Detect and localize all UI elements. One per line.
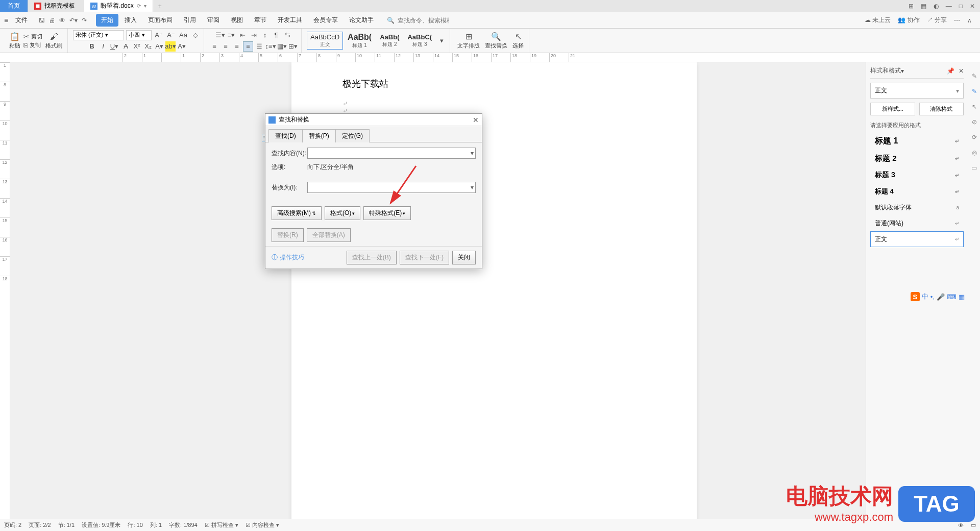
status-col[interactable]: 列: 1 [150, 521, 162, 529]
vertical-ruler[interactable]: 189101112131415161718 [0, 62, 10, 519]
status-line[interactable]: 行: 10 [128, 521, 142, 529]
ime-punct-icon[interactable]: •, [930, 293, 935, 301]
style-item-h1[interactable]: 标题 1↵ [870, 132, 964, 150]
tab-goto[interactable]: 定位(G) [335, 129, 370, 142]
current-style[interactable]: 正文▾ [870, 83, 964, 99]
style-item-default[interactable]: 默认段落字体a [870, 200, 964, 215]
horizontal-ruler[interactable]: 21123456789101112131415161718192021 [0, 53, 980, 62]
style-item-web[interactable]: 普通(网站)↵ [870, 215, 964, 231]
collapse-icon[interactable]: ∧ [967, 17, 972, 24]
menu-tab-ref[interactable]: 引用 [179, 14, 201, 27]
tips-link[interactable]: ⓘ操作技巧 [272, 253, 304, 262]
style-more-button[interactable]: ▾ [436, 36, 447, 46]
find-replace-button[interactable]: 🔍查找替换 [483, 31, 509, 51]
find-input[interactable]: ▾ [307, 148, 476, 159]
layout-icon[interactable]: ⊞ [909, 3, 914, 10]
close-icon[interactable]: ✕ [970, 3, 975, 10]
menu-tab-member[interactable]: 会员专享 [308, 14, 343, 27]
view-mode-icon[interactable]: ▭ [971, 522, 976, 528]
border-button[interactable]: A▾ [177, 41, 187, 52]
align-center-button[interactable]: ≡ [220, 41, 231, 52]
replace-one-button[interactable]: 替换(R) [272, 228, 304, 242]
clear-format-button[interactable]: 清除格式 [919, 103, 964, 115]
advanced-search-button[interactable]: 高级搜索(M)⇅ [272, 206, 322, 220]
menu-tab-layout[interactable]: 页面布局 [143, 14, 178, 27]
shading-button[interactable]: ▦▾ [277, 41, 287, 52]
tab-find[interactable]: 查找(D) [268, 129, 303, 142]
toggle-marks-button[interactable]: ¶ [271, 30, 281, 40]
clear-format-button[interactable]: ◇ [190, 30, 201, 40]
search-input[interactable] [398, 17, 449, 24]
chevron-down-icon[interactable]: ▾ [471, 150, 474, 157]
tab-home[interactable]: 首页 [0, 0, 28, 12]
font-color-button[interactable]: A▾ [154, 41, 164, 52]
new-style-button[interactable]: 新样式... [870, 103, 915, 115]
chevron-down-icon[interactable]: ▾ [471, 184, 474, 191]
close-button[interactable]: 关闭 [452, 251, 476, 264]
font-name-select[interactable]: 宋体 (正文)▾ [73, 30, 124, 40]
menu-tab-thesis[interactable]: 论文助手 [344, 14, 379, 27]
save-icon[interactable]: 🖫 [39, 17, 45, 24]
style-normal[interactable]: AaBbCcD正文 [307, 32, 343, 50]
redo-icon[interactable]: ↷ [82, 17, 87, 24]
tab-replace[interactable]: 替换(P) [302, 129, 336, 142]
rail-cloud-icon[interactable]: ⟳ [972, 134, 977, 141]
menu-tab-review[interactable]: 审阅 [202, 14, 225, 27]
bold-button[interactable]: B [87, 41, 97, 52]
status-spell[interactable]: ☑ 拼写检查 ▾ [205, 521, 238, 529]
coop-button[interactable]: 👥 协作 [898, 16, 919, 25]
style-item-h4[interactable]: 标题 4↵ [870, 183, 964, 200]
style-item-h3[interactable]: 标题 3↵ [870, 167, 964, 183]
align-right-button[interactable]: ≡ [232, 41, 242, 52]
maximize-icon[interactable]: □ [959, 3, 963, 10]
tab-sync-icon[interactable]: ⟳ [137, 3, 141, 9]
ime-mic-icon[interactable]: 🎤 [937, 293, 945, 301]
hamburger-icon[interactable]: ≡ [4, 16, 8, 25]
style-h3[interactable]: AaBbC(标题 3 [404, 32, 435, 50]
strike-button[interactable]: A̶ [120, 41, 131, 52]
menu-search[interactable]: 🔍 [387, 17, 449, 24]
paste-button[interactable]: 📋粘贴 [7, 31, 22, 51]
status-pages[interactable]: 页面: 2/2 [29, 521, 51, 529]
bullets-button[interactable]: ☰▾ [215, 30, 225, 40]
style-item-h2[interactable]: 标题 2↵ [870, 150, 964, 167]
dialog-titlebar[interactable]: 查找和替换 ✕ [265, 114, 482, 126]
print-icon[interactable]: 🖨 [49, 17, 55, 24]
menu-file[interactable]: 文件 [13, 16, 30, 25]
format-button[interactable]: 格式(O)▾ [325, 206, 360, 220]
indent-inc-button[interactable]: ⇥ [249, 30, 259, 40]
tab-add[interactable]: + [153, 0, 167, 12]
brush-button[interactable]: 🖌格式刷 [43, 31, 64, 51]
sub-button[interactable]: X₂ [143, 41, 153, 52]
find-next-button[interactable]: 查找下一处(F) [400, 251, 449, 264]
grid-icon[interactable]: ▦ [921, 3, 926, 10]
distribute-button[interactable]: ☰ [254, 41, 264, 52]
status-position[interactable]: 设置值: 9.9厘米 [82, 521, 120, 529]
menu-tab-section[interactable]: 章节 [249, 14, 272, 27]
ime-toolbar[interactable]: S 中 •, 🎤 ⌨ ▦ [911, 292, 965, 301]
style-h1[interactable]: AaBb(标题 1 [344, 31, 375, 51]
replace-input[interactable]: ▾ [307, 182, 476, 193]
panel-close-icon[interactable]: ✕ [959, 67, 964, 75]
sogou-icon[interactable]: S [911, 292, 920, 301]
status-content[interactable]: ☑ 内容检查 ▾ [246, 521, 279, 529]
super-button[interactable]: X² [132, 41, 142, 52]
dialog-close-icon[interactable]: ✕ [473, 116, 479, 124]
cloud-status[interactable]: ☁ 未上云 [865, 16, 891, 25]
skin-icon[interactable]: ◐ [934, 3, 939, 10]
rail-select-icon[interactable]: ↖ [972, 103, 977, 110]
minimize-icon[interactable]: — [946, 3, 952, 10]
underline-button[interactable]: U▾ [109, 41, 119, 52]
grow-font-button[interactable]: A⁺ [154, 30, 164, 40]
cut-button[interactable]: ✂剪切 [23, 33, 42, 40]
status-page[interactable]: 页码: 2 [4, 521, 21, 529]
find-prev-button[interactable]: 查找上一处(B) [347, 251, 397, 264]
numbering-button[interactable]: ≡▾ [226, 30, 236, 40]
shrink-font-button[interactable]: A⁻ [166, 30, 176, 40]
text-layout-button[interactable]: ⊞文字排版 [455, 31, 482, 51]
align-left-button[interactable]: ≡ [209, 41, 219, 52]
menu-tab-dev[interactable]: 开发工具 [273, 14, 307, 27]
view-eye-icon[interactable]: 👁 [958, 522, 964, 528]
special-format-button[interactable]: 特殊格式(E)▾ [363, 206, 411, 220]
tab-document[interactable]: W 盼望着.docx ⟳ ▾ [84, 0, 153, 12]
